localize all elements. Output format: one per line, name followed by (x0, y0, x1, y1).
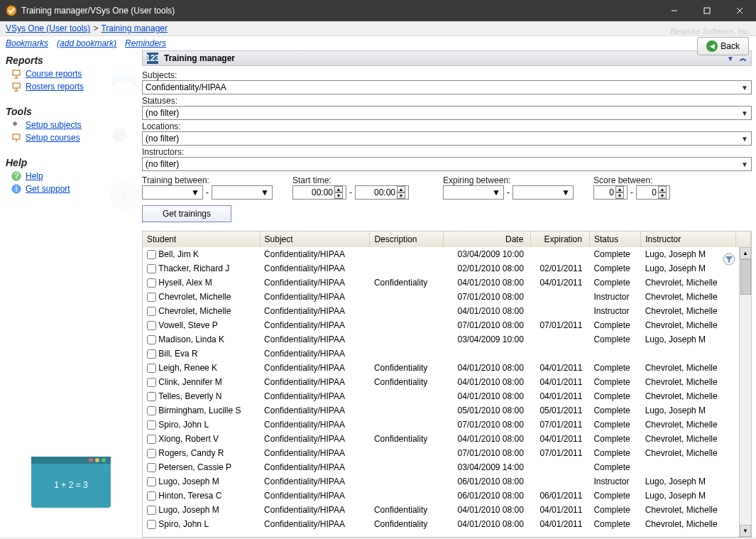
row-checkbox[interactable] (147, 321, 156, 330)
help-link[interactable]: Help (26, 171, 43, 181)
breadcrumb-current[interactable]: Training manager (101, 23, 168, 33)
table-row[interactable]: Xiong, Robert VConfidentiality/HIPAAConf… (143, 432, 751, 446)
close-button[interactable] (723, 0, 756, 21)
cell-description (370, 460, 443, 474)
col-expiration[interactable]: Expiration (531, 232, 590, 247)
row-checkbox[interactable] (147, 506, 156, 515)
spin-up-icon[interactable]: ▲ (615, 186, 624, 192)
row-checkbox[interactable] (147, 420, 156, 430)
row-checkbox[interactable] (147, 293, 156, 302)
cell-instructor: Lugo, Joseph M (641, 332, 736, 347)
table-row[interactable]: Madison, Linda KConfidentiality/HIPAA03/… (143, 332, 751, 347)
table-row[interactable]: Lugo, Joseph MConfidentiality/HIPAAConfi… (143, 503, 751, 517)
row-checkbox[interactable] (147, 307, 156, 316)
rosters-reports-link[interactable]: Rosters reports (26, 82, 84, 92)
table-row[interactable]: Spiro, John LConfidentiality/HIPAA07/01/… (143, 418, 751, 432)
table-row[interactable]: Leigh, Renee KConfidentiality/HIPAAConfi… (143, 361, 751, 375)
row-checkbox[interactable] (147, 491, 156, 501)
table-row[interactable]: Chevrolet, MichelleConfidentiality/HIPAA… (143, 304, 751, 318)
row-checkbox[interactable] (147, 435, 156, 444)
minimize-button[interactable] (658, 0, 691, 21)
spin-up-icon[interactable]: ▲ (334, 186, 343, 192)
row-checkbox[interactable] (147, 378, 156, 387)
svg-text:?: ? (14, 171, 19, 181)
cell-status: Complete (589, 403, 640, 418)
spin-down-icon[interactable]: ▼ (397, 192, 405, 199)
expiring-from-date[interactable]: ▼ (443, 185, 504, 200)
scroll-up-icon[interactable]: ▲ (740, 247, 751, 259)
panel-dropdown-icon[interactable]: ▼ (727, 55, 734, 62)
row-checkbox[interactable] (147, 520, 156, 529)
col-description[interactable]: Description (370, 232, 443, 247)
bookmarks-link[interactable]: Bookmarks (6, 38, 48, 48)
col-student[interactable]: Student (143, 232, 260, 247)
table-row[interactable]: Petersen, Cassie PConfidentiality/HIPAA0… (143, 460, 751, 474)
row-checkbox[interactable] (147, 278, 156, 288)
setup-courses-link[interactable]: Setup courses (26, 133, 80, 143)
statuses-combo[interactable]: (no filter)▼ (142, 106, 752, 120)
training-from-date[interactable]: ▼ (142, 185, 203, 200)
table-row[interactable]: Hysell, Alex MConfidentiality/HIPAAConfi… (143, 276, 751, 290)
setup-subjects-link[interactable]: Setup subjects (26, 120, 82, 130)
locations-combo[interactable]: (no filter)▼ (142, 131, 752, 146)
get-support-link[interactable]: Get support (26, 184, 70, 194)
subjects-combo[interactable]: Confidentiality/HIPAA▼ (142, 80, 752, 94)
col-extra[interactable] (736, 232, 751, 247)
score-to[interactable]: 0▲▼ (636, 185, 670, 200)
cell-expiration: 04/01/2011 (531, 517, 590, 531)
table-row[interactable]: Birmingham, Lucille SConfidentiality/HIP… (143, 403, 751, 418)
start-time-to[interactable]: 00:00▲▼ (355, 185, 409, 200)
course-reports-link[interactable]: Course reports (26, 69, 82, 79)
table-row[interactable]: Vowell, Steve PConfidentiality/HIPAA07/0… (143, 318, 751, 332)
spin-down-icon[interactable]: ▼ (615, 192, 624, 199)
table-row[interactable]: Thacker, Richard JConfidentiality/HIPAA0… (143, 261, 751, 276)
score-from[interactable]: 0▲▼ (593, 185, 628, 200)
info-icon: i (11, 184, 21, 194)
training-to-date[interactable]: ▼ (212, 185, 273, 200)
row-checkbox[interactable] (147, 364, 156, 373)
table-row[interactable]: Clink, Jennifer MConfidentiality/HIPAACo… (143, 375, 751, 389)
back-button[interactable]: ◄ Back (697, 37, 749, 55)
add-bookmark-link[interactable]: (add bookmark) (57, 38, 116, 48)
table-row[interactable]: Hinton, Teresa CConfidentiality/HIPAA06/… (143, 489, 751, 503)
row-checkbox[interactable] (147, 349, 156, 359)
col-instructor[interactable]: Instructor (641, 232, 736, 247)
panel-title: Training manager (164, 53, 235, 63)
spin-up-icon[interactable]: ▲ (658, 186, 667, 192)
row-checkbox[interactable] (147, 477, 156, 486)
svg-text:1 + 2 = 3: 1 + 2 = 3 (54, 480, 88, 490)
row-checkbox[interactable] (147, 335, 156, 344)
start-time-from[interactable]: 00:00▲▼ (292, 185, 346, 200)
table-row[interactable]: Chevrolet, MichelleConfidentiality/HIPAA… (143, 290, 751, 304)
table-row[interactable]: Bill, Eva RConfidentiality/HIPAA (143, 347, 751, 361)
spin-down-icon[interactable]: ▼ (658, 192, 667, 199)
row-checkbox[interactable] (147, 449, 156, 458)
row-checkbox[interactable] (147, 463, 156, 472)
table-row[interactable]: Telles, Beverly NConfidentiality/HIPAA04… (143, 389, 751, 403)
cell-date: 06/01/2010 08:00 (443, 489, 531, 503)
reminders-link[interactable]: Reminders (125, 38, 166, 48)
table-row[interactable]: Spiro, John LConfidentiality/HIPAAConfid… (143, 517, 751, 531)
row-checkbox[interactable] (147, 392, 156, 401)
table-row[interactable]: Bell, Jim KConfidentiality/HIPAA03/04/20… (143, 247, 751, 261)
instructors-label: Instructors: (142, 147, 752, 157)
row-checkbox[interactable] (147, 250, 156, 259)
get-trainings-button[interactable]: Get trainings (142, 205, 231, 222)
breadcrumb-root[interactable]: VSys One (User tools) (6, 23, 90, 33)
vertical-scrollbar[interactable]: ▲ ▼ (739, 247, 751, 537)
table-row[interactable]: Rogers, Candy RConfidentiality/HIPAA07/0… (143, 446, 751, 460)
expiring-to-date[interactable]: ▼ (513, 185, 574, 200)
spin-down-icon[interactable]: ▼ (334, 192, 343, 199)
col-status[interactable]: Status (589, 232, 640, 247)
spin-up-icon[interactable]: ▲ (397, 186, 405, 192)
instructors-combo[interactable]: (no filter)▼ (142, 157, 752, 171)
maximize-button[interactable] (691, 0, 723, 21)
row-checkbox[interactable] (147, 264, 156, 273)
row-checkbox[interactable] (147, 406, 156, 415)
col-subject[interactable]: Subject (260, 232, 370, 247)
scroll-thumb[interactable] (740, 259, 751, 295)
table-row[interactable]: Lugo, Joseph MConfidentiality/HIPAA06/01… (143, 474, 751, 489)
col-date[interactable]: Date (443, 232, 531, 247)
scroll-down-icon[interactable]: ▼ (740, 525, 751, 537)
filter-funnel-icon[interactable] (723, 253, 735, 268)
